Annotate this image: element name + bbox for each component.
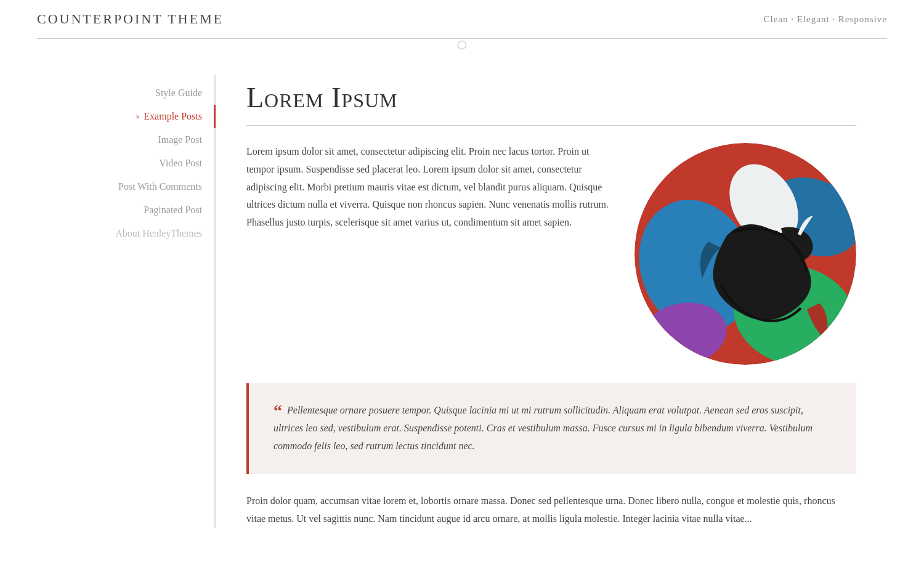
blockquote: “Pellentesque ornare posuere tempor. Qui…: [246, 383, 856, 474]
post-body-text: Proin dolor quam, accumsan vitae lorem e…: [246, 492, 856, 528]
post-intro-text: Lorem ipsum dolor sit amet, consectetur …: [246, 143, 610, 232]
site-title: COUNTERPOINT THEME: [37, 11, 224, 27]
sidebar-item-video-post[interactable]: Video Post: [31, 152, 214, 175]
sidebar-item-example-posts[interactable]: ×Example Posts: [31, 105, 214, 128]
sidebar: Style Guide ×Example Posts Image Post Vi…: [31, 75, 216, 528]
sidebar-item-post-with-comments[interactable]: Post With Comments: [31, 175, 214, 198]
site-header: COUNTERPOINT THEME Clean · Elegant · Res…: [0, 0, 924, 38]
quote-marks: “: [274, 401, 282, 420]
sidebar-item-image-post[interactable]: Image Post: [31, 128, 214, 152]
post-featured-image: [634, 143, 856, 365]
main-layout: Style Guide ×Example Posts Image Post Vi…: [31, 51, 893, 553]
post-divider: [246, 125, 856, 126]
header-divider-circle: [458, 41, 466, 49]
post-intro-section: Lorem ipsum dolor sit amet, consectetur …: [246, 143, 856, 365]
sidebar-item-style-guide[interactable]: Style Guide: [31, 81, 214, 105]
header-divider: [37, 38, 887, 51]
site-tagline: Clean · Elegant · Responsive: [764, 14, 887, 25]
active-indicator: ×: [136, 112, 140, 121]
main-content: Lorem Ipsum Lorem ipsum dolor sit amet, …: [216, 75, 856, 528]
sidebar-item-paginated-post[interactable]: Paginated Post: [31, 198, 214, 222]
sidebar-item-about[interactable]: About HenleyThemes: [31, 222, 214, 245]
post-title: Lorem Ipsum: [246, 81, 856, 114]
